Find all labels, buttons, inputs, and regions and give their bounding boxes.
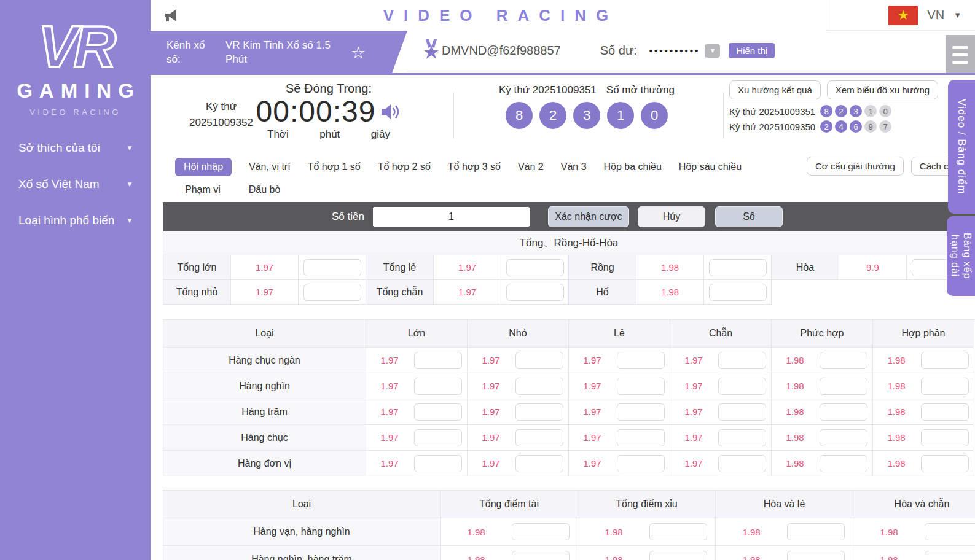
bet-input[interactable] [303,284,361,301]
language-selector[interactable]: ★ VN ▼ [826,0,975,31]
bet-input[interactable] [617,403,665,421]
row-label[interactable]: Hàng trăm [163,399,366,425]
odds-value: 1.98 [777,381,813,391]
bet-input[interactable] [506,284,564,301]
hamburger-menu-icon[interactable] [946,35,975,74]
bet-input[interactable] [515,455,563,472]
bet-option-label[interactable]: Hòa [772,255,839,280]
tab-t-h-p-1-s-[interactable]: Tổ hợp 1 số [308,158,361,176]
bet-input[interactable] [512,523,570,540]
tab-h-p-ba-chi-u[interactable]: Hộp ba chiều [604,158,662,176]
cancel-button[interactable]: Hủy [638,206,705,227]
bet-input[interactable] [414,455,462,472]
prize-structure-button[interactable]: Cơ cấu giải thưởng [807,157,904,176]
balance-label: Số dư: [600,44,637,58]
bet-input[interactable] [414,378,462,395]
bet-input[interactable] [617,352,665,369]
bet-input[interactable] [718,403,766,421]
row-label[interactable]: Hàng chục [163,425,366,451]
bet-input[interactable] [921,455,969,472]
bet-input[interactable] [709,259,767,276]
balance-dropdown-button[interactable]: ▼ [705,44,720,58]
bet-input[interactable] [925,551,975,560]
odds-value: 1.97 [371,381,408,391]
history-ball: 2 [820,120,832,133]
bet-input[interactable] [617,378,665,395]
amount-input[interactable] [373,207,530,227]
odds-cell: 1.97 [468,399,569,425]
channel-name[interactable]: VR Kim Tinh Xổ số 1.5 Phút [225,39,346,67]
tab-v-n-3[interactable]: Ván 3 [561,158,587,176]
result-trend-button[interactable]: Xu hướng kết quả [729,80,821,99]
bet-input[interactable] [718,378,766,395]
tab-v-n-v-tr-[interactable]: Ván, vị trí [249,158,291,176]
bet-input[interactable] [649,551,707,560]
bet-input[interactable] [718,429,766,446]
bet-option-label[interactable]: Hổ [569,280,636,305]
bet-input[interactable] [617,455,665,472]
bet-input[interactable] [921,378,969,395]
sidebar-item[interactable]: Sở thích của tôi▼ [0,130,151,166]
bet-option-label[interactable]: Tổng lớn [163,255,231,280]
favorite-star-icon[interactable]: ☆ [351,43,366,63]
bet-input[interactable] [921,403,969,421]
row-label[interactable]: Hàng đơn vị [163,451,366,476]
bet-input[interactable] [414,352,462,369]
tab-h-p-s-u-chi-u[interactable]: Hộp sáu chiều [679,158,742,176]
bet-input[interactable] [820,403,867,421]
number-button[interactable]: Số [715,206,783,227]
odds-cell: 1.98 [873,348,974,373]
speaker-icon[interactable] [380,103,401,121]
row-label[interactable]: Hàng vạn, hàng nghìn [163,518,441,546]
bet-option-label[interactable]: Tổng lẻ [366,255,434,280]
bet-input[interactable] [649,523,707,540]
bet-input[interactable] [820,352,867,369]
result-ball: 1 [607,102,634,129]
confirm-bet-button[interactable]: Xác nhận cược [548,206,629,227]
row-label[interactable]: Hàng nghìn [163,373,366,399]
bet-input[interactable] [506,259,564,276]
bet-option-label[interactable]: Tổng chẵn [366,280,434,305]
bet-input[interactable] [820,378,867,395]
side-tab-long-ranking[interactable]: Bảng xếp hạng dài [947,216,975,296]
bet-input[interactable] [709,284,767,301]
bet-option-label[interactable]: Rồng [569,255,636,280]
show-balance-button[interactable]: Hiển thị [729,43,775,58]
bet-input[interactable] [515,352,563,369]
bet-input[interactable] [925,523,975,540]
row-label[interactable]: Hàng chục ngàn [163,348,366,373]
tab-t-h-p-3-s-[interactable]: Tổ hợp 3 số [448,158,501,176]
bet-input-cell [299,280,366,305]
bet-input[interactable] [787,523,845,540]
column-header: Lớn [366,320,468,348]
sidebar-item[interactable]: Xổ số Việt Nam▼ [0,166,151,203]
bet-input[interactable] [617,429,665,446]
bet-input[interactable] [515,403,563,421]
tab-v-n-2[interactable]: Ván 2 [518,158,544,176]
tab-t-h-p-2-s-[interactable]: Tổ hợp 2 số [378,158,431,176]
bet-input[interactable] [787,551,845,560]
side-tab-video-scoreboard[interactable]: Video / Bảng điểm [948,80,975,214]
bet-input[interactable] [921,429,969,446]
bet-input[interactable] [515,378,563,395]
bet-input[interactable] [414,429,462,446]
odds-cell: 1.97 [366,348,468,373]
row-label[interactable]: Hàng nghìn, hàng trăm [163,546,441,560]
bet-input[interactable] [921,352,969,369]
tab-ph-m-vi[interactable]: Phạm vi [185,181,221,199]
bet-input[interactable] [515,429,563,446]
bet-option-label[interactable]: Tổng nhỏ [163,280,231,305]
megaphone-icon[interactable] [164,8,180,25]
bet-input[interactable] [414,403,462,421]
sidebar-item[interactable]: Loại hình phổ biến▼ [0,203,151,239]
bet-input[interactable] [820,455,867,472]
bet-input[interactable] [303,259,361,276]
bet-input[interactable] [820,429,867,446]
bet-input[interactable] [718,455,766,472]
tab--u-b-[interactable]: Đấu bò [249,181,281,199]
odds-cell: 1.97 [468,425,569,451]
bet-input[interactable] [718,352,766,369]
tab-h-i-nh-p[interactable]: Hội nhập [175,158,232,176]
bet-input[interactable] [512,551,570,560]
trend-chart-button[interactable]: Xem biểu đồ xu hướng [827,80,938,99]
